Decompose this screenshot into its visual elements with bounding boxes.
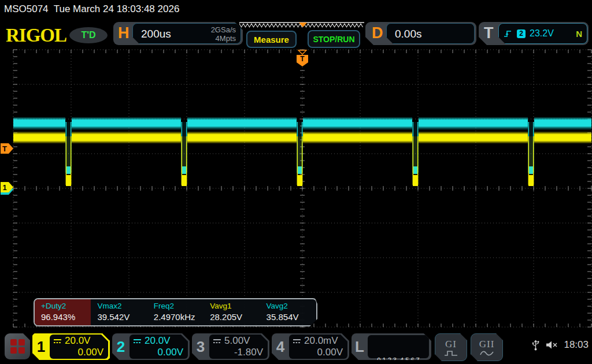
digital-channels-readout: 0 1 2 3 4 5 6 7 8 9 1011 12131415 [368, 335, 429, 358]
generator-1-label: GI [445, 339, 457, 350]
channel-readout: 20.0V 0.00V [130, 335, 188, 359]
channel-readout: 5.00V -1.80V [209, 335, 268, 359]
channel1-zero-label: 1 [2, 183, 6, 192]
usb-icon [531, 339, 540, 351]
speaker-muted-icon[interactable] [545, 340, 558, 350]
channel-offset: 0.00V [133, 347, 183, 358]
measurement-item[interactable]: Vavg2 35.854V [260, 299, 316, 325]
measure-button[interactable]: Measure [246, 31, 297, 48]
measurement-value: 39.542V [97, 312, 147, 322]
dc-coupling-icon [293, 338, 301, 344]
trigger-source-badge: 2 [517, 29, 526, 38]
graticule-and-traces [13, 50, 591, 327]
channel-4-button[interactable]: 4 20.0mV 0.00V [272, 333, 349, 360]
channel-offset: 0.00V [293, 347, 343, 358]
channel-readout: 20.0V 0.00V [50, 335, 108, 359]
channel-number: 1 [32, 333, 50, 360]
trigger-position-letter: T [300, 55, 305, 63]
trigger-box[interactable]: 2 23.2V N [498, 23, 587, 44]
measure-button-label: Measure [254, 35, 289, 44]
horizontal-label: H [118, 24, 130, 42]
dc-coupling-icon [213, 338, 221, 344]
digital-row-1: 0 1 2 3 4 5 6 7 [368, 355, 429, 364]
channel-number: 4 [272, 333, 289, 360]
trigger-sweep-mode: N [576, 29, 582, 39]
trigger-menu-block[interactable]: T 2 23.2V N [479, 22, 589, 45]
measurement-value: 2.4970kHz [154, 312, 204, 322]
oscilloscope-screen: MSO5074 Tue March 24 18:03:48 2026 RIGOL… [0, 0, 592, 364]
memory-position-bar [239, 22, 364, 29]
generator-2-button[interactable]: GII [471, 333, 503, 361]
measurement-label: Vavg1 [210, 302, 260, 310]
trigger-status-badge: T'D [69, 27, 108, 43]
measurement-panel[interactable]: +Duty2 96.943% Vmax2 39.542V Freq2 2.497… [34, 298, 317, 326]
waveform-display: T T 1 [0, 46, 592, 332]
horizontal-menu-block[interactable]: H 200us 2GSa/s 4Mpts [113, 22, 243, 45]
channel-3-button[interactable]: 3 5.00V -1.80V [192, 333, 269, 360]
trigger-position-triangle-icon[interactable] [298, 50, 306, 54]
channel-offset: -1.80V [213, 347, 263, 358]
trigger-level-value: 23.2V [530, 28, 554, 39]
stop-run-label: STOP/RUN [313, 35, 354, 44]
channel-scale: 20.0V [65, 335, 90, 347]
measurement-value: 28.205V [210, 312, 260, 322]
trigger-slope-icon [504, 29, 513, 38]
acquisition-info: 2GSa/s 4Mpts [211, 25, 236, 43]
trigger-level-letter: T [2, 144, 7, 153]
channel-offset: 0.00V [53, 347, 103, 358]
channel-scale: 20.0V [145, 335, 170, 347]
sample-rate: 2GSa/s [211, 25, 236, 34]
status-area: 18:03 [531, 339, 589, 351]
channel-readout: 20.0mV 0.00V [289, 335, 347, 359]
measurement-item[interactable]: Vavg1 28.205V [204, 299, 260, 325]
channel-2-button[interactable]: 2 20.0V 0.00V [112, 333, 190, 360]
measurement-label: Freq2 [154, 302, 204, 310]
measurement-item[interactable]: Vmax2 39.542V [91, 299, 147, 325]
delay-menu-block[interactable]: D 0.00s [365, 22, 476, 45]
measurement-item[interactable]: Freq2 2.4970kHz [147, 299, 204, 325]
channel-scale: 5.00V [224, 335, 250, 347]
channel-number: 3 [192, 333, 209, 360]
main-menu-button[interactable] [5, 333, 30, 359]
delay-value: 0.00s [395, 28, 421, 40]
pulse-wave-icon [443, 350, 458, 356]
memory-depth: 4Mpts [211, 34, 236, 43]
measurement-value: 96.943% [41, 312, 91, 322]
measurement-item[interactable]: +Duty2 96.943% [35, 299, 91, 325]
measurement-label: +Duty2 [41, 302, 91, 310]
clock: 18:03 [564, 339, 589, 351]
sine-wave-icon [479, 350, 494, 356]
model-and-datetime: MSO5074 Tue March 24 18:03:48 2026 [0, 0, 592, 18]
generator-1-button[interactable]: GI [435, 333, 467, 361]
timebase-value: 200us [141, 28, 171, 40]
logic-label: L [352, 333, 368, 360]
timebase-box[interactable]: 200us 2GSa/s 4Mpts [132, 23, 241, 44]
dc-coupling-icon [133, 338, 142, 344]
stop-run-button[interactable]: STOP/RUN [308, 30, 360, 48]
logic-analyzer-button[interactable]: L 0 1 2 3 4 5 6 7 8 9 1011 12131415 [352, 333, 431, 360]
dc-coupling-icon [53, 338, 62, 344]
trigger-label: T [484, 24, 494, 42]
measurement-label: Vavg2 [267, 302, 316, 310]
channel-scale: 20.0mV [304, 335, 338, 347]
trigger-status-text: T'D [81, 30, 95, 40]
delay-box[interactable]: 0.00s [386, 23, 475, 44]
delay-label: D [372, 24, 383, 42]
menu-grid-icon [10, 339, 25, 354]
channel-1-button[interactable]: 1 20.0V 0.00V [32, 333, 110, 360]
measurement-value: 35.854V [267, 312, 316, 322]
rigol-logo: RIGOL [6, 24, 66, 46]
channel-number: 2 [112, 333, 130, 360]
measurement-label: Vmax2 [97, 302, 147, 310]
generator-2-label: GII [479, 339, 495, 350]
